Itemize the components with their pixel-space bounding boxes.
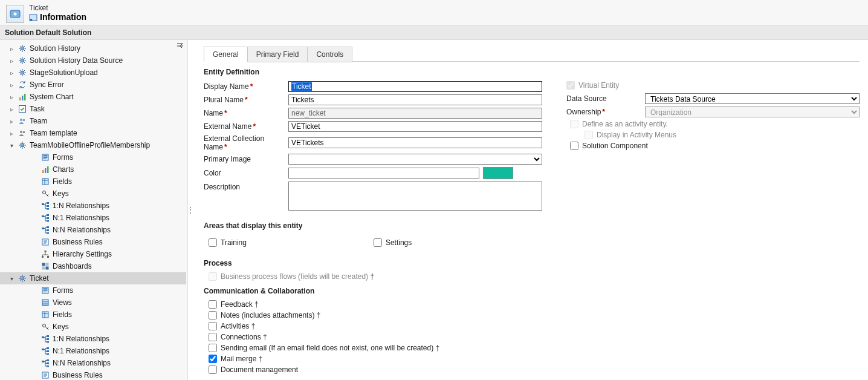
tree-item[interactable]: ▹Keys xyxy=(0,188,186,200)
svg-rect-28 xyxy=(47,208,49,210)
fields-icon xyxy=(40,177,50,186)
collapse-panel-icon[interactable] xyxy=(175,41,185,51)
gear-icon xyxy=(18,274,27,283)
comm-label: Connections xyxy=(221,333,267,341)
area-settings-label: Settings xyxy=(386,238,412,247)
svg-point-1 xyxy=(14,13,17,16)
tree-item[interactable]: ▾Ticket xyxy=(0,272,186,284)
tab-primary-field[interactable]: Primary Field xyxy=(248,47,308,62)
tab-general[interactable]: General xyxy=(204,47,248,62)
comm-label: Document management xyxy=(221,365,298,374)
rel-icon xyxy=(40,225,50,235)
svg-rect-25 xyxy=(42,203,44,205)
chevron-down-icon[interactable]: ▾ xyxy=(8,142,15,149)
comm-checkbox[interactable] xyxy=(209,300,217,309)
solution-bar: Solution Default Solution xyxy=(0,25,868,40)
tree-item[interactable]: ▹Forms xyxy=(0,151,186,163)
comm-checkbox[interactable] xyxy=(209,322,217,330)
tree-item[interactable]: ▹Business Rules xyxy=(0,369,186,380)
tree-item[interactable]: ▹Team template xyxy=(0,127,186,139)
tree-item-label: Forms xyxy=(53,286,73,295)
tree-item[interactable]: ▹Task xyxy=(0,103,186,115)
tree-item[interactable]: ▹N:N Relationships xyxy=(0,357,186,369)
svg-rect-20 xyxy=(42,170,44,173)
tree-item[interactable]: ▹N:N Relationships xyxy=(0,224,186,236)
comm-checkbox[interactable] xyxy=(209,355,217,363)
label-external-name: External Name* xyxy=(204,122,288,131)
comm-checkbox[interactable] xyxy=(209,333,217,341)
chevron-right-icon[interactable]: ▹ xyxy=(8,57,15,64)
plural-name-input[interactable] xyxy=(288,94,542,105)
svg-rect-60 xyxy=(47,353,49,355)
section-process: Process xyxy=(204,259,860,267)
tree-item[interactable]: ▹Fields xyxy=(0,175,186,188)
tree-item[interactable]: ▹Dashboards xyxy=(0,260,186,272)
tree-item[interactable]: ▹Solution History xyxy=(0,42,186,54)
solution-component-checkbox[interactable] xyxy=(570,142,578,150)
svg-rect-36 xyxy=(47,232,49,234)
tree-item[interactable]: ▹Keys xyxy=(0,321,186,333)
display-name-input[interactable]: Ticket xyxy=(288,81,542,92)
tree-item[interactable]: ▹Team xyxy=(0,115,186,127)
color-input[interactable] xyxy=(288,168,479,179)
fields-icon xyxy=(40,310,50,319)
rel-icon xyxy=(40,358,50,368)
tree-item[interactable]: ▹N:1 Relationships xyxy=(0,212,186,224)
svg-rect-32 xyxy=(47,220,49,222)
tree-item[interactable]: ▹Hierarchy Settings xyxy=(0,248,186,260)
label-primary-image: Primary Image xyxy=(204,155,288,163)
primary-image-select[interactable] xyxy=(288,154,542,165)
svg-point-6 xyxy=(21,71,24,74)
chevron-right-icon[interactable]: ▹ xyxy=(8,130,15,137)
tab-controls[interactable]: Controls xyxy=(308,47,352,62)
tree-item[interactable]: ▹StageSolutionUpload xyxy=(0,67,186,79)
tree-item[interactable]: ▹1:N Relationships xyxy=(0,200,186,212)
chevron-right-icon[interactable]: ▹ xyxy=(8,118,15,125)
tree-item[interactable]: ▾TeamMobileOfflineProfileMembership xyxy=(0,139,186,151)
section-comm: Communication & Collaboration xyxy=(204,287,860,295)
section-areas: Areas that display this entity xyxy=(204,221,860,230)
svg-rect-61 xyxy=(42,361,44,362)
tree-item-label: Charts xyxy=(53,165,74,174)
tree-item-label: 1:N Relationships xyxy=(53,201,109,210)
tree-item-label: Ticket xyxy=(30,274,49,283)
tree-item[interactable]: ▹Sync Error xyxy=(0,79,186,91)
tree-item[interactable]: ▹Business Rules xyxy=(0,236,186,248)
tree-item[interactable]: ▹Fields xyxy=(0,309,186,321)
comm-label: Notes (includes attachments) xyxy=(221,311,320,319)
chevron-right-icon[interactable]: ▹ xyxy=(8,94,15,100)
tree-item[interactable]: ▹Charts xyxy=(0,163,186,175)
tree-item-label: Business Rules xyxy=(53,238,103,246)
comm-checkbox[interactable] xyxy=(209,311,217,319)
gear-icon xyxy=(18,68,27,77)
external-name-input[interactable] xyxy=(288,121,542,132)
tree-item[interactable]: ▹Views xyxy=(0,296,186,309)
area-training-checkbox[interactable] xyxy=(209,238,217,247)
chevron-right-icon[interactable]: ▹ xyxy=(8,45,15,52)
chevron-right-icon[interactable]: ▹ xyxy=(8,70,15,76)
external-collection-input[interactable] xyxy=(288,137,542,148)
tree-item-label: Dashboards xyxy=(53,262,92,270)
description-textarea[interactable] xyxy=(288,182,542,211)
label-plural-name: Plural Name* xyxy=(204,96,288,104)
svg-point-3 xyxy=(30,19,33,21)
area-settings-checkbox[interactable] xyxy=(374,238,382,247)
chevron-right-icon[interactable]: ▹ xyxy=(8,82,15,88)
comm-checkbox[interactable] xyxy=(209,365,217,374)
svg-rect-53 xyxy=(42,336,44,338)
svg-rect-26 xyxy=(47,202,49,204)
comm-checkbox[interactable] xyxy=(209,344,217,352)
chevron-down-icon[interactable]: ▾ xyxy=(8,275,15,282)
color-swatch[interactable] xyxy=(483,167,513,179)
tree-item[interactable]: ▹System Chart xyxy=(0,91,186,103)
svg-rect-42 xyxy=(46,263,49,266)
splitter-handle[interactable]: ⋮ xyxy=(188,40,193,380)
tree-item[interactable]: ▹Solution History Data Source xyxy=(0,54,186,67)
tree-item[interactable]: ▹N:1 Relationships xyxy=(0,345,186,357)
tree-item[interactable]: ▹1:N Relationships xyxy=(0,333,186,345)
chevron-right-icon[interactable]: ▹ xyxy=(8,106,15,113)
tree-item-label: Fields xyxy=(53,310,72,319)
tree-item[interactable]: ▹Forms xyxy=(0,284,186,296)
data-source-select[interactable]: Tickets Data Source xyxy=(645,93,860,104)
comm-label: Sending email (If an email field does no… xyxy=(221,344,439,352)
